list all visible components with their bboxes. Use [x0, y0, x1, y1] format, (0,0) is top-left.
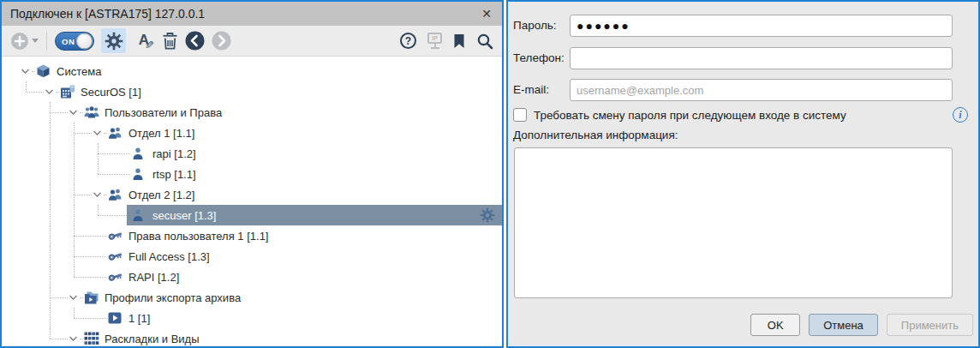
tree-connector-line: [104, 133, 107, 134]
phone-field[interactable]: [570, 47, 953, 69]
tree-item-full-access[interactable]: Full Access [1.3]: [2, 246, 502, 267]
expand-chevron-icon[interactable]: [69, 294, 78, 302]
user-icon: [132, 167, 144, 181]
expand-chevron-icon[interactable]: [21, 68, 30, 75]
apply-button[interactable]: Применить: [887, 314, 973, 336]
tree-item-export-profile-1[interactable]: 1 [1]: [2, 308, 502, 328]
toolbar-separator: [46, 32, 47, 51]
tree-item-label: Отдел 2 [1.2]: [128, 189, 194, 201]
tree-elbow-line: [98, 164, 99, 174]
gear-icon[interactable]: [480, 207, 495, 223]
tree-item-department-2[interactable]: Отдел 2 [1.2]: [2, 184, 502, 205]
back-circle-icon: [185, 31, 205, 51]
bookmark-button[interactable]: [453, 29, 465, 53]
tree-item-label: Отдел 1 [1.1]: [128, 127, 194, 140]
expand-chevron-icon[interactable]: [69, 109, 78, 117]
tree-connector-line: [98, 215, 130, 216]
tree-guide-line: [50, 225, 51, 246]
ip-devices-button[interactable]: IP: [427, 29, 442, 53]
expand-chevron-icon[interactable]: [69, 335, 78, 343]
tree-item-archive-export-profiles[interactable]: Профили экспорта архива: [2, 287, 502, 308]
require-password-change-checkbox[interactable]: [513, 108, 527, 122]
help-button[interactable]: ?: [400, 29, 416, 53]
close-icon[interactable]: ✕: [480, 7, 493, 21]
tree-item-label: Раскладки и Виды: [105, 333, 200, 345]
tree-elbow-line: [74, 225, 75, 236]
tree-item-system[interactable]: Система: [2, 61, 502, 81]
search-button[interactable]: [476, 29, 493, 53]
tree-elbow-line: [50, 328, 51, 339]
expand-chevron-icon[interactable]: [93, 129, 102, 137]
trash-icon: [162, 32, 178, 50]
tree-guide-line: [74, 205, 75, 225]
toggle-knob: [76, 33, 93, 49]
object-tree: СистемаSecurOS [1]Пользователи и ПраваОт…: [2, 57, 502, 345]
password-label: Пароль:: [513, 15, 557, 37]
dialog-buttons: OK Отмена Применить: [750, 314, 973, 336]
rename-button[interactable]: A ✎: [133, 31, 155, 51]
tree-item-department-1[interactable]: Отдел 1 [1.1]: [2, 123, 502, 143]
pencil-icon: ✎: [145, 39, 154, 51]
require-password-change-label: Требовать смену пароля при следующем вхо…: [534, 109, 846, 122]
expand-chevron-icon[interactable]: [93, 191, 102, 199]
tree-elbow-line: [74, 308, 75, 318]
tree-elbow-line: [26, 81, 27, 92]
tree-item-label: Права пользователя 1 [1.1]: [128, 230, 268, 243]
password-field[interactable]: [570, 15, 953, 37]
delete-button[interactable]: [162, 29, 178, 53]
tree-connector-line: [74, 318, 106, 319]
tree-item-securos[interactable]: SecurOS [1]: [2, 81, 502, 102]
user-properties-form: Пароль: Телефон: E-mail: Требовать смену…: [508, 2, 978, 346]
email-field[interactable]: [570, 79, 953, 101]
tree-connector-line: [104, 195, 107, 195]
tree-item-label: Full Access [1.3]: [128, 250, 210, 263]
tree-item-rapi-user[interactable]: rapi [1.2]: [2, 143, 502, 164]
key-icon: [108, 270, 122, 284]
tree-item-user-rights-1[interactable]: Права пользователя 1 [1.1]: [2, 225, 502, 246]
users-icon: [108, 188, 122, 201]
tree-elbow-line: [50, 287, 51, 297]
tree-item-rapi-rights[interactable]: RAPI [1.2]: [2, 267, 502, 287]
tree-connector-line: [32, 71, 35, 72]
settings-button[interactable]: [101, 28, 126, 53]
bookmark-icon: [453, 33, 465, 49]
tree-connector-line: [80, 297, 83, 298]
server-icon: [60, 85, 75, 99]
tree-item-label: RAPI [1.2]: [128, 271, 179, 284]
expand-chevron-icon[interactable]: [45, 88, 54, 96]
info-icon[interactable]: i: [953, 107, 968, 123]
play-icon: [108, 312, 122, 324]
back-button[interactable]: [185, 29, 205, 53]
tree-elbow-line: [50, 102, 51, 112]
tree-guide-line: [50, 205, 51, 225]
tree-item-layouts-and-views[interactable]: Раскладки и Виды: [2, 328, 502, 345]
tree-connector-line: [56, 92, 59, 93]
tree-guide-line: [50, 184, 51, 205]
tree-item-users-and-rights[interactable]: Пользователи и Права: [2, 102, 502, 123]
ip-network-icon: IP: [427, 33, 442, 49]
tree-connector-line: [80, 339, 83, 339]
tree-elbow-line: [74, 184, 75, 195]
export-folder-icon: [84, 291, 99, 304]
object-tree-window: Подключен к [ASTRA175] 127.0.0.1 ✕ ON: [0, 0, 504, 348]
tree-elbow-line: [74, 267, 75, 277]
add-object-button[interactable]: [10, 29, 29, 53]
ok-button[interactable]: OK: [750, 314, 800, 336]
tree-item-secuser[interactable]: secuser [1.3]: [2, 205, 502, 225]
tree-item-rtsp-user[interactable]: rtsp [1.1]: [2, 164, 502, 184]
tree-elbow-line: [98, 205, 99, 215]
additional-info-textarea[interactable]: [514, 147, 953, 298]
enable-toggle[interactable]: ON: [55, 32, 94, 51]
tree-connector-line: [98, 174, 130, 175]
tree-toolbar: ON: [2, 26, 502, 57]
tree-elbow-line: [74, 123, 75, 133]
tree-item-label: Система: [57, 65, 101, 78]
search-icon: [476, 33, 493, 50]
key-icon: [108, 249, 122, 263]
chevron-down-icon[interactable]: [32, 39, 39, 43]
tree-guide-line: [50, 267, 51, 287]
tree-item-label: secuser [1.3]: [152, 209, 216, 222]
cancel-button[interactable]: Отмена: [809, 314, 878, 336]
tree-connector-line: [50, 339, 68, 339]
forward-button[interactable]: [212, 29, 231, 53]
